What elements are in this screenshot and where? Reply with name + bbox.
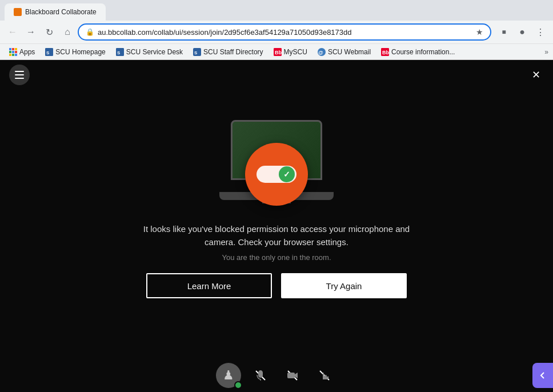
close-button[interactable]: ✕ [528, 67, 544, 83]
extensions-button[interactable]: ■ [496, 24, 512, 40]
learn-more-button[interactable]: Learn More [146, 273, 272, 298]
tab-favicon [14, 8, 22, 16]
permission-message: It looks like you've blocked permission … [139, 223, 414, 249]
right-panel-button[interactable] [532, 363, 553, 388]
mute-microphone-button[interactable] [248, 363, 273, 388]
toggle-track: ✓ [257, 166, 296, 183]
try-again-button[interactable]: Try Again [281, 273, 407, 298]
scu-staff-favicon: S [193, 48, 201, 56]
bb-course-favicon: Bb [381, 48, 389, 56]
raise-hand-button[interactable] [312, 363, 337, 388]
lock-icon: 🔒 [86, 28, 94, 36]
svg-rect-4 [12, 51, 14, 53]
bookmark-myscu[interactable]: Bb MySCU [269, 47, 312, 57]
scu-staff-directory-label: SCU Staff Directory [203, 48, 263, 56]
svg-rect-2 [15, 48, 17, 50]
address-bar[interactable]: 🔒 au.bbcollab.com/collab/ui/session/join… [78, 23, 491, 41]
nav-right-icons: ■ ● ⋮ [496, 24, 548, 40]
svg-rect-0 [9, 48, 11, 50]
hamburger-line-3 [15, 78, 24, 79]
permission-illustration: ✓ [219, 120, 334, 211]
avatar-button[interactable]: ♟ [216, 363, 241, 388]
bookmark-star-icon[interactable]: ★ [476, 27, 483, 37]
hamburger-line-2 [15, 74, 24, 75]
svg-rect-3 [9, 51, 11, 53]
scu-homepage-label: SCU Homepage [55, 48, 105, 56]
center-content: ✓ It looks like you've blocked permissio… [0, 60, 553, 392]
profile-button[interactable]: ● [514, 24, 530, 40]
orange-permission-circle: ✓ [245, 143, 308, 206]
svg-text:S: S [117, 50, 121, 55]
bookmarks-bar: Apps S SCU Homepage S SCU Service Desk S… [0, 43, 553, 59]
svg-rect-5 [15, 51, 17, 53]
svg-rect-8 [15, 54, 17, 56]
svg-text:S: S [194, 50, 198, 55]
bookmark-apps[interactable]: Apps [5, 47, 39, 57]
camera-button[interactable] [280, 363, 305, 388]
bookmark-course-info[interactable]: Bb Course information... [376, 47, 459, 57]
bookmark-scu-service-desk[interactable]: S SCU Service Desk [111, 47, 187, 57]
svg-text:Bb: Bb [275, 50, 282, 55]
svg-text:S: S [46, 50, 50, 55]
tab-bar: Blackboard Collaborate [0, 0, 553, 21]
checkmark-icon: ✓ [283, 170, 290, 179]
bottom-toolbar: ♟ [0, 358, 553, 392]
refresh-button[interactable]: ↻ [41, 24, 57, 40]
forward-button[interactable]: → [23, 24, 39, 40]
course-info-label: Course information... [391, 48, 455, 56]
bookmarks-more-button[interactable]: » [544, 48, 548, 56]
scu-webmail-label: SCU Webmail [328, 48, 371, 56]
scu-favicon: S [45, 48, 53, 56]
menu-button[interactable]: ⋮ [532, 24, 548, 40]
tab-title: Blackboard Collaborate [25, 8, 97, 16]
svg-text:@: @ [318, 50, 323, 55]
address-icons: ★ [476, 27, 483, 37]
avatar-icon: ♟ [223, 368, 234, 383]
navigation-bar: ← → ↻ ⌂ 🔒 au.bbcollab.com/collab/ui/sess… [0, 21, 553, 43]
back-button[interactable]: ← [5, 24, 21, 40]
app-main-content: ✕ ✓ It looks like you've blocked permiss… [0, 60, 553, 392]
apps-grid-icon [9, 48, 17, 56]
scu-webmail-favicon: @ [318, 48, 326, 56]
toggle-knob: ✓ [279, 166, 295, 182]
bb-myscu-favicon: Bb [274, 48, 282, 56]
active-tab[interactable]: Blackboard Collaborate [5, 3, 106, 21]
scu-service-favicon: S [116, 48, 124, 56]
svg-rect-7 [12, 54, 14, 56]
address-text: au.bbcollab.com/collab/ui/session/join/2… [98, 28, 472, 37]
app-top-bar: ✕ [0, 60, 553, 90]
avatar-online-badge [234, 381, 242, 389]
svg-rect-24 [287, 373, 295, 378]
home-button[interactable]: ⌂ [59, 24, 75, 40]
apps-label: Apps [19, 48, 35, 56]
svg-rect-1 [12, 48, 14, 50]
hamburger-line-1 [15, 71, 24, 72]
svg-rect-6 [9, 54, 11, 56]
hamburger-menu-button[interactable] [9, 65, 30, 85]
bookmark-scu-homepage[interactable]: S SCU Homepage [41, 47, 110, 57]
myscu-label: MySCU [284, 48, 307, 56]
scu-service-desk-label: SCU Service Desk [126, 48, 183, 56]
action-buttons: Learn More Try Again [146, 273, 407, 298]
bookmark-scu-staff-directory[interactable]: S SCU Staff Directory [189, 47, 267, 57]
room-status-text: You are the only one in the room. [222, 253, 331, 262]
bookmark-scu-webmail[interactable]: @ SCU Webmail [313, 47, 375, 57]
svg-text:Bb: Bb [382, 50, 389, 55]
